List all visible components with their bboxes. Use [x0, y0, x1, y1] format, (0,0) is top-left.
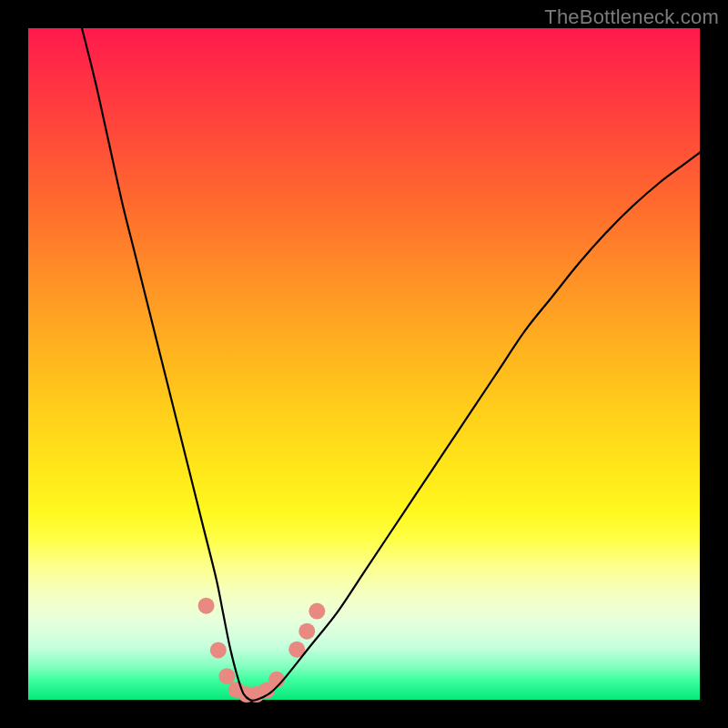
highlight-dot [210, 642, 227, 658]
highlight-dot [308, 603, 325, 620]
bottleneck-curve [82, 28, 700, 701]
highlight-dot [218, 668, 235, 684]
watermark-text: TheBottleneck.com [544, 5, 719, 29]
plot-area [28, 28, 700, 700]
highlight-dot [298, 623, 315, 640]
highlight-dot [198, 598, 215, 614]
chart-svg [28, 28, 700, 700]
